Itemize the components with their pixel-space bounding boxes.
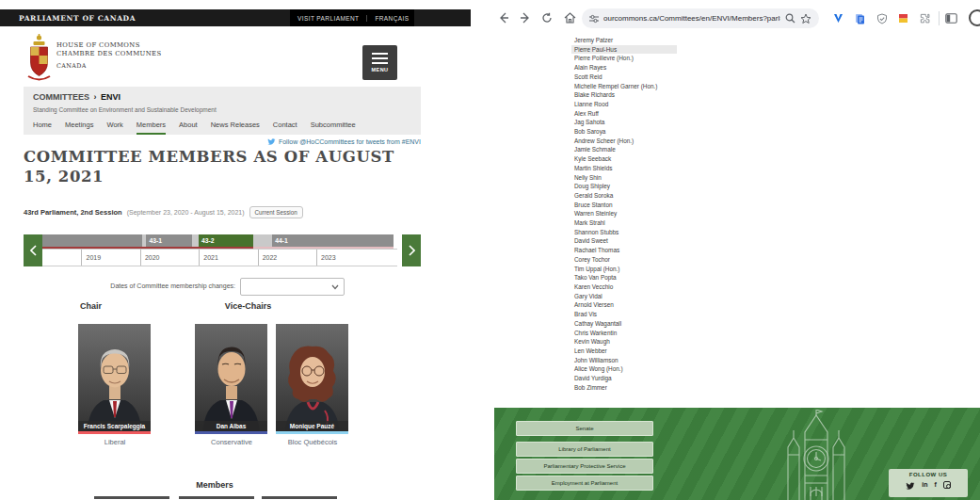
parliament-of-canada-title: PARLIAMENT OF CANADA [19,14,136,23]
member-list-item[interactable]: Len Webber [574,347,682,356]
member-list-item[interactable]: Tako Van Popta [574,273,682,282]
timeline-segment[interactable]: 43-2 [199,234,253,247]
twitter-icon[interactable] [906,481,915,490]
forward-button[interactable] [517,9,534,26]
extensions-puzzle-icon[interactable] [917,10,933,26]
twitter-bird-icon [267,137,276,145]
logo-line-2: CHAMBRE DES COMMUNES [56,50,161,58]
member-list-item[interactable]: Kevin Waugh [574,337,682,347]
member-list-item[interactable]: Karen Vecchio [574,282,682,292]
current-session-badge[interactable]: Current Session [249,206,303,218]
vice-chair-2-card[interactable]: Monique Pauzé Bloc Québécois [276,324,348,446]
back-button[interactable] [495,9,512,26]
address-bar[interactable]: ourcommons.ca/Committees/en/ENVI/Members… [582,8,819,28]
timeline-segment[interactable] [42,234,142,247]
timeline-track[interactable]: 43-143-244-1 20192020202120222023 [42,234,397,266]
footer-button-protective-service[interactable]: Parliamentary Protective Service [516,459,653,474]
member-list-item[interactable]: Warren Steinley [574,209,682,218]
member-list-item[interactable]: Lianne Rood [574,100,682,109]
vice-chair-2-photo: Monique Pauzé [276,324,348,434]
profile-avatar[interactable] [969,9,980,26]
member-list-item[interactable]: Arnold Viersen [574,300,682,310]
nav-item[interactable]: News Releases [211,121,260,135]
twitter-follow-line[interactable]: Follow @HoCCommittees for tweets from #E… [24,137,421,145]
timeline-year-label: 2023 [316,250,375,266]
member-list-item[interactable]: Alice Wong (Hon.) [574,364,682,374]
member-list-item[interactable]: David Sweet [574,236,682,246]
member-list-item[interactable]: Corey Tochor [574,255,682,265]
nav-item[interactable]: Subcommittee [311,121,356,135]
member-list-item[interactable]: Blake Richards [574,90,682,100]
breadcrumb-separator: › [92,92,99,102]
member-list-item[interactable]: Scott Reid [574,73,682,82]
topbar-link[interactable]: VISIT PARLIAMENT [290,15,366,22]
membership-dates-dropdown[interactable] [240,278,345,296]
footer-button-library[interactable]: Library of Parliament [516,442,653,457]
nav-item[interactable]: Contact [273,121,297,135]
member-list-item[interactable]: Martin Shields [574,164,682,173]
member-list-item[interactable]: Pierre Paul-Hus [571,45,677,55]
member-list-item[interactable]: Alex Ruff [574,109,682,119]
footer-button-senate[interactable]: Senate [516,421,653,436]
vice-chair-1-card[interactable]: Dan Albas Conservative [195,324,267,446]
member-list-item[interactable]: Michelle Rempel Garner (Hon.) [574,82,682,91]
vice-chair-2-party-label: Bloc Québécois [256,438,369,446]
logo-line-1: HOUSE OF COMMONS [56,41,161,50]
vice-chairs-heading: Vice-Chairs [171,301,325,311]
timeline-segment[interactable] [192,234,199,247]
committee-subtitle: Standing Committee on Environment and Su… [33,106,217,113]
nav-item[interactable]: Work [106,121,122,135]
docs-extension-icon[interactable] [852,10,868,26]
timeline-prev-button[interactable] [24,234,42,266]
v-extension-icon[interactable] [830,10,846,26]
member-list-item[interactable]: Gerald Soroka [574,191,682,201]
member-list-item[interactable]: Chris Warkentin [574,329,682,338]
url-text[interactable]: ourcommons.ca/Committees/en/ENVI/Members… [603,14,780,23]
member-list-item[interactable]: Kyle Seeback [574,154,682,164]
member-list-item[interactable]: Bob Saroya [574,127,682,137]
flag-extension-icon[interactable] [895,10,911,26]
member-list-item[interactable]: Cathay Wagantall [574,319,682,329]
member-list-item[interactable]: Shannon Stubbs [574,228,682,237]
member-list-item[interactable]: Alain Rayes [574,63,682,73]
member-list-item[interactable]: Bruce Stanton [574,201,682,210]
member-list-item[interactable]: Doug Shipley [574,182,682,191]
nav-item[interactable]: About [179,121,198,135]
zoom-magnifier-icon[interactable] [785,13,795,24]
member-list-item[interactable]: Brad Vis [574,310,682,319]
linkedin-icon[interactable]: in [922,480,927,490]
timeline-segment[interactable] [253,234,272,247]
instagram-icon[interactable] [943,481,951,489]
facebook-icon[interactable]: f [934,480,936,490]
breadcrumb-committees[interactable]: COMMITTEES [33,92,89,102]
member-list-item[interactable]: Nelly Shin [574,173,682,183]
menu-button[interactable]: MENU [362,45,397,80]
side-panel-icon[interactable] [943,10,959,26]
member-list-item[interactable]: Jag Sahota [574,118,682,127]
nav-item[interactable]: Meetings [65,121,93,135]
timeline-segment[interactable]: 43-1 [146,234,191,247]
member-list-item[interactable]: Tim Uppal (Hon.) [574,265,682,274]
shield-check-extension-icon[interactable] [874,10,890,26]
nav-item[interactable]: Home [33,121,52,135]
timeline-segment[interactable]: 44-1 [272,234,394,247]
membership-filter-label: Dates of Committee membership changes: [24,282,235,289]
chair-card[interactable]: Francis Scarpaleggia Liberal [78,324,151,446]
member-list-item[interactable]: John Williamson [574,356,682,365]
member-list-item[interactable]: Gary Vidal [574,292,682,301]
member-list-item[interactable]: Bob Zimmer [574,383,682,393]
nav-item[interactable]: Members [137,121,166,135]
footer-button-employment[interactable]: Employment at Parliament [516,476,653,491]
member-list-item[interactable]: Pierre Poilievre (Hon.) [574,54,682,63]
bookmark-star-icon[interactable] [800,13,811,24]
member-list-item[interactable]: Jeremy Patzer [574,36,682,45]
timeline-next-button[interactable] [402,234,421,266]
topbar-link[interactable]: FRANÇAIS [366,15,416,22]
member-list-item[interactable]: David Yurdiga [574,374,682,383]
member-list-item[interactable]: Mark Strahl [574,218,682,228]
member-list-item[interactable]: Andrew Scheer (Hon.) [574,137,682,146]
member-list-item[interactable]: Jamie Schmale [574,145,682,154]
reload-button[interactable] [538,9,555,26]
home-button[interactable] [561,9,578,26]
member-list-item[interactable]: Rachael Thomas [574,246,682,255]
